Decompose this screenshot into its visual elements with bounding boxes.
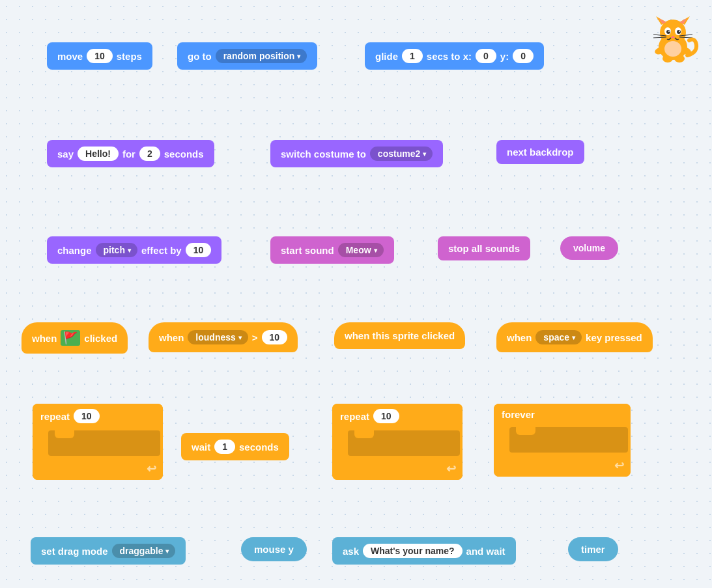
change-effect-block[interactable]: change pitch ▾ effect by 10 [47,236,221,264]
svg-point-10 [668,31,670,32]
sound-dropdown[interactable]: Meow ▾ [338,243,384,257]
glide-secs-value[interactable]: 1 [402,49,423,63]
timer-block[interactable]: timer [568,537,618,561]
sprite-clicked-block[interactable]: when this sprite clicked [334,322,465,349]
glide-mid: secs to x: [427,51,472,62]
say-label: say [57,148,74,160]
loudness-op: > [252,332,258,343]
drag-mode-label: set drag mode [41,546,108,557]
svg-point-9 [677,30,681,34]
repeat1-value[interactable]: 10 [74,409,100,423]
say-num-value[interactable]: 2 [139,147,160,161]
move-steps-value[interactable]: 10 [87,49,113,63]
glide-label: glide [375,51,398,62]
move-block[interactable]: move 10 steps [47,42,152,70]
drag-mode-block[interactable]: set drag mode draggable ▾ [31,537,186,565]
key-arrow: ▾ [572,334,575,341]
wait-block[interactable]: wait 1 seconds [181,433,289,460]
change-mid: effect by [141,245,182,256]
goto-dropdown[interactable]: random position ▾ [216,49,307,63]
glide-block[interactable]: glide 1 secs to x: 0 y: 0 [365,42,544,70]
ask-value[interactable]: What's your name? [363,544,463,558]
repeat1-label: repeat [40,411,70,422]
say-mid: for [122,148,135,160]
forever-label: forever [502,409,535,420]
change-value[interactable]: 10 [186,243,212,257]
repeat1-arrow: ↩ [147,462,156,475]
forever-arrow: ↩ [614,459,624,472]
change-dropdown[interactable]: pitch ▾ [96,243,137,257]
flag-clicked-block[interactable]: when 🚩 clicked [21,322,128,354]
sound-arrow: ▾ [374,247,377,254]
say-value[interactable]: Hello! [78,147,119,161]
say-suffix: seconds [164,148,204,160]
stop-sounds-block[interactable]: stop all sounds [438,236,530,260]
repeat2-block[interactable]: repeat 10 ↩ [332,404,463,480]
glide-y-label: y: [500,51,509,62]
forever-block[interactable]: forever ↩ [494,404,631,477]
drag-mode-dropdown[interactable]: draggable ▾ [112,544,176,558]
costume-label: switch costume to [281,148,366,160]
glide-y-value[interactable]: 0 [513,49,534,63]
costume-block[interactable]: switch costume to costume2 ▾ [270,140,443,167]
move-steps-label: steps [117,51,142,62]
svg-point-8 [666,30,670,34]
wait-label: wait [192,441,210,453]
key-suffix: key pressed [586,332,642,343]
change-label: change [57,245,92,256]
goto-block[interactable]: go to random position ▾ [177,42,317,70]
volume-label: volume [573,243,605,253]
costume-dropdown[interactable]: costume2 ▾ [370,147,433,161]
sprite-clicked-label: when this sprite clicked [345,330,455,341]
glide-x-value[interactable]: 0 [476,49,496,63]
costume-arrow: ▾ [423,150,426,158]
when-label: when [32,333,57,344]
move-label: move [57,51,83,62]
loudness-arrow: ▾ [238,334,242,341]
drag-mode-arrow: ▾ [165,548,169,555]
flag-icon: 🚩 [61,330,80,346]
start-sound-block[interactable]: start sound Meow ▾ [270,236,394,264]
timer-label: timer [581,544,605,555]
wait-value[interactable]: 1 [214,440,235,454]
wait-suffix: seconds [239,441,279,453]
scratch-cat-logo [647,13,699,65]
say-block[interactable]: say Hello! for 2 seconds [47,140,214,167]
ask-label: ask [343,546,359,557]
volume-block[interactable]: volume [560,236,618,260]
clicked-label: clicked [84,333,117,344]
loudness-when-label: when [159,332,184,343]
repeat1-block[interactable]: repeat 10 ↩ [33,404,163,480]
ask-block[interactable]: ask What's your name? and wait [332,537,516,565]
repeat2-label: repeat [340,411,369,422]
ask-suffix: and wait [466,546,506,557]
key-pressed-block[interactable]: when space ▾ key pressed [496,322,653,352]
key-when-label: when [507,332,532,343]
sound-label: start sound [281,245,334,256]
mouse-y-block[interactable]: mouse y [241,537,307,561]
change-arrow: ▾ [128,247,131,254]
stop-sounds-label: stop all sounds [448,243,520,254]
key-dropdown[interactable]: space ▾ [535,330,582,344]
repeat2-arrow: ↩ [446,462,456,475]
loudness-block[interactable]: when loudness ▾ > 10 [149,322,298,352]
backdrop-label: next backdrop [507,147,574,158]
goto-label: go to [188,51,212,62]
svg-point-21 [664,41,681,57]
mouse-y-label: mouse y [254,544,294,555]
loudness-value[interactable]: 10 [262,330,288,344]
goto-arrow: ▾ [297,53,300,60]
svg-point-11 [679,31,680,32]
repeat2-value[interactable]: 10 [373,409,399,423]
backdrop-block[interactable]: next backdrop [496,140,584,164]
loudness-dropdown[interactable]: loudness ▾ [188,330,248,344]
